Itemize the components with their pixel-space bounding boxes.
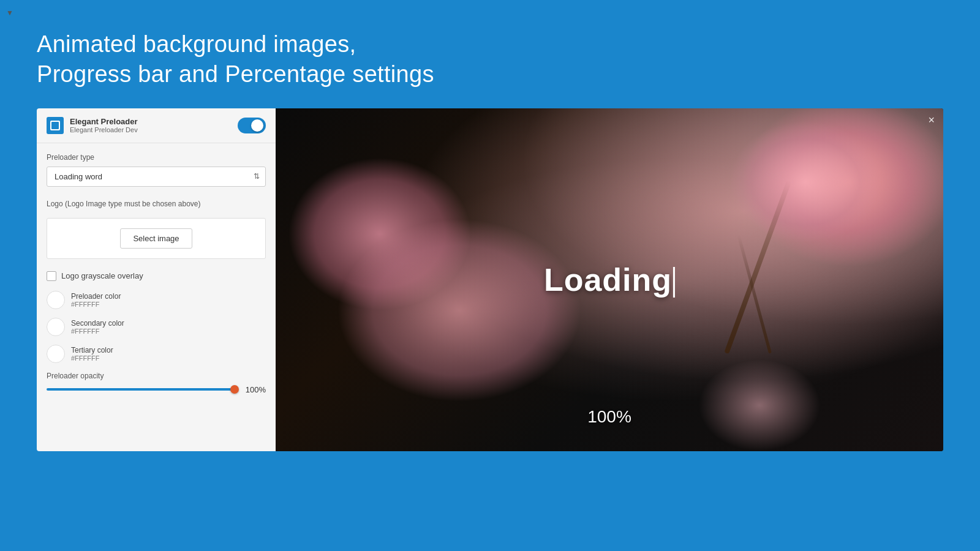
toggle-track [238, 118, 266, 133]
opacity-label: Preloader opacity [47, 372, 266, 380]
preloader-type-label: Preloader type [47, 153, 266, 162]
percentage-text: 100% [587, 407, 631, 427]
title-line2: Progress bar and Percentage settings [37, 61, 434, 87]
left-panel: ▼ Elegant Preloader Elegant Preloader De… [37, 108, 276, 451]
secondary-color-info: Secondary color #FFFFFF [71, 319, 124, 335]
opacity-section: Preloader opacity 100% [47, 372, 266, 394]
preloader-type-select[interactable]: Loading word [47, 167, 266, 187]
preloader-type-select-wrapper: Loading word ⇅ [47, 167, 266, 187]
toggle-switch[interactable] [238, 118, 266, 133]
blossom-cluster-2 [729, 121, 882, 243]
logo-grayscale-label: Logo grayscale overlay [61, 271, 143, 280]
tertiary-color-hex: #FFFFFF [71, 354, 113, 362]
preloader-color-hex: #FFFFFF [71, 301, 121, 308]
page-title: Animated background images, Progress bar… [37, 29, 943, 90]
plugin-icon-inner [50, 121, 60, 130]
logo-grayscale-checkbox[interactable] [47, 271, 56, 281]
secondary-color-hex: #FFFFFF [71, 328, 124, 335]
title-line1: Animated background images, [37, 31, 356, 57]
toggle-thumb [251, 119, 263, 132]
main-content: ▼ Elegant Preloader Elegant Preloader De… [37, 108, 943, 451]
secondary-color-name: Secondary color [71, 319, 124, 328]
opacity-row: 100% [47, 385, 266, 394]
logo-label: Logo (Logo Image type must be chosen abo… [47, 199, 266, 209]
page-header: Animated background images, Progress bar… [0, 0, 980, 108]
color-row-preloader: Preloader color #FFFFFF [47, 291, 266, 309]
plugin-name-main: Elegant Preloader [70, 117, 138, 126]
tertiary-color-swatch[interactable] [47, 345, 65, 363]
loading-text: Loading [544, 261, 675, 298]
opacity-value: 100% [244, 385, 266, 394]
tertiary-color-info: Tertiary color #FFFFFF [71, 346, 113, 362]
plugin-icon [47, 117, 64, 134]
panel-body: Preloader type Loading word ⇅ Logo (Logo… [37, 143, 276, 404]
preloader-color-name: Preloader color [71, 292, 121, 301]
secondary-color-swatch[interactable] [47, 318, 65, 336]
plugin-name-sub: Elegant Preloader Dev [70, 126, 138, 133]
text-cursor [673, 267, 675, 298]
tertiary-color-name: Tertiary color [71, 346, 113, 354]
right-panel: × Loading 100% [276, 108, 943, 451]
opacity-slider-track[interactable] [47, 388, 238, 391]
blossom-cluster-5 [698, 359, 821, 451]
panel-header: ▼ Elegant Preloader Elegant Preloader De… [37, 108, 276, 143]
preview-background: × Loading 100% [276, 108, 943, 451]
plugin-name: Elegant Preloader Elegant Preloader Dev [70, 117, 138, 133]
preloader-color-swatch[interactable] [47, 291, 65, 309]
preloader-color-info: Preloader color #FFFFFF [71, 292, 121, 308]
image-upload-area: Select image [47, 218, 266, 259]
loading-word: Loading [544, 262, 672, 298]
branch-2 [737, 234, 772, 353]
blossom-cluster-4 [337, 219, 582, 402]
opacity-slider-thumb[interactable] [230, 385, 239, 394]
color-row-secondary: Secondary color #FFFFFF [47, 318, 266, 336]
select-image-button[interactable]: Select image [120, 228, 192, 249]
color-row-tertiary: Tertiary color #FFFFFF [47, 345, 266, 363]
logo-grayscale-row: Logo grayscale overlay [47, 271, 266, 281]
close-button[interactable]: × [928, 114, 935, 126]
panel-header-left: Elegant Preloader Elegant Preloader Dev [47, 117, 138, 134]
